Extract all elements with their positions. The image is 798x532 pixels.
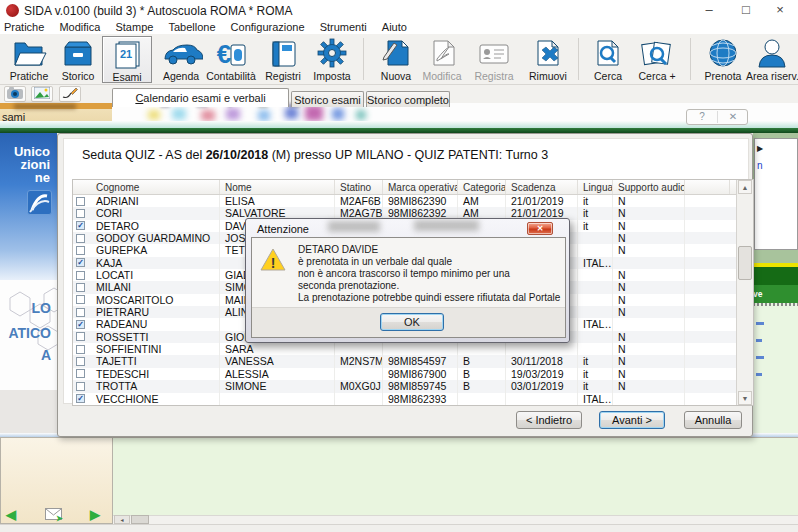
cell-categoria [458,393,506,405]
toolbar-cerca-plus[interactable]: Cerca + [632,36,682,83]
table-row[interactable]: TAJETTIVANESSAM2NS7M98MI854597B30/11/201… [73,355,736,367]
col-supporto[interactable]: Supporto audio [613,180,685,194]
row-checkbox[interactable] [76,197,85,206]
next-arrow-icon[interactable]: ▶ [90,508,100,521]
col-scadenza[interactable]: Scadenza [506,180,578,194]
row-checkbox[interactable]: ✓ [76,320,85,329]
warning-icon: ! [259,247,287,274]
back-button[interactable]: < Indietro [516,411,582,429]
next-button[interactable]: Avanti > [599,411,665,429]
mdi-help-button[interactable]: ? [687,110,717,124]
background-list [753,306,798,433]
ok-button[interactable]: OK [380,313,444,331]
search-document-icon [584,37,632,70]
minimize-button[interactable]: – [697,0,721,19]
col-lingua[interactable]: Lingua [578,180,613,194]
menu-strumenti[interactable]: Strumenti [316,21,375,34]
cell-cognome: CORI [91,207,220,219]
dialog-body: ! DETARO DAVIDEè prenotata in un verbale… [251,237,566,338]
row-checkbox[interactable]: ✓ [76,394,85,403]
row-checkbox[interactable] [76,209,85,218]
toolbar-agenda[interactable]: Agenda [155,36,207,83]
row-checkbox[interactable] [76,369,85,378]
menu-bar: Pratiche Modifica Stampe Tabellone Confi… [0,21,798,34]
scroll-up-arrow[interactable]: ▲ [738,180,752,194]
svg-text:21: 21 [120,48,132,60]
toolbar-imposta[interactable]: Imposta [306,36,358,83]
maximize-button[interactable]: □ [734,0,758,19]
toolbar-nuova[interactable]: Nuova [370,36,422,83]
table-row[interactable]: ✓VECCHIONE98MI862393ITAL… [73,393,736,405]
person-icon [746,37,798,70]
toolbar-esami[interactable]: 21 Esami [102,36,152,83]
tab-storico-completo[interactable]: Storico completo [366,91,450,107]
picture-icon[interactable] [31,86,53,102]
toolbar-cerca[interactable]: Cerca [584,36,632,83]
row-checkbox[interactable] [76,246,85,255]
row-checkbox[interactable] [76,308,85,317]
cell-lingua: ITAL… [578,257,613,269]
play-icon: ▶ [757,144,763,153]
row-checkbox[interactable] [76,332,85,341]
toolbar-contabilita[interactable]: € Contabilità [205,36,257,83]
scroll-down-arrow[interactable]: ▼ [738,391,752,405]
cell-categoria: B [458,368,506,380]
row-checkbox[interactable] [76,271,85,280]
toolbar-registri[interactable]: Registri [259,36,307,83]
col-marca[interactable]: Marca operativa [383,180,458,194]
menu-aiuto[interactable]: Aiuto [378,21,415,34]
toolbar-modifica[interactable]: Modifica [418,36,466,83]
horizontal-scrollbar[interactable] [113,515,798,524]
cell-marca: 98MI862390 [383,195,458,207]
row-checkbox[interactable] [76,283,85,292]
scroll-left-arrow[interactable]: ◂ [114,515,130,524]
toolbar-registra[interactable]: Registra [468,36,520,83]
cancel-button[interactable]: Annulla [684,411,742,429]
toolbar-pratiche[interactable]: Pratiche [4,36,54,83]
row-checkbox[interactable] [76,345,85,354]
menu-pratiche[interactable]: Pratiche [0,21,52,34]
table-row[interactable]: TEDESCHIALESSIA98MI867900B19/03/2019itN [73,368,736,380]
close-button[interactable]: × [768,0,792,19]
bottom-green-panel [113,437,798,515]
cell-scadenza [506,393,578,405]
menu-configurazione[interactable]: Configurazione [227,21,313,34]
signature-icon[interactable] [59,86,81,102]
vertical-scrollbar[interactable]: ▲ ▼ [736,180,753,405]
scroll-thumb[interactable] [131,515,149,524]
tab-storico-esami[interactable]: Storico esami [291,91,364,107]
col-cognome[interactable]: Cognome [91,180,220,194]
table-row[interactable]: TROTTASIMONEM0XG0J98MI859745B03/01/2019i… [73,380,736,392]
table-row[interactable]: ADRIANIELISAM2AF6B98MI862390AM21/01/2019… [73,195,736,207]
toolbar-rimuovi[interactable]: Rimuovi [522,36,574,83]
prev-arrow-icon[interactable]: ◀ [6,508,16,521]
tab-calendario-esami[interactable]: Calendario esami e verbali [112,88,289,107]
dialog-close-button[interactable]: ✕ [527,222,553,235]
row-checkbox[interactable] [76,295,85,304]
camera-icon[interactable] [4,86,26,102]
menu-modifica[interactable]: Modifica [55,21,108,34]
col-statino[interactable]: Statino [335,180,383,194]
cell-supporto: N [613,220,685,232]
menu-tabellone[interactable]: Tabellone [164,21,223,34]
row-checkbox[interactable]: ✓ [76,258,85,267]
row-checkbox[interactable] [76,382,85,391]
vscroll-thumb[interactable] [738,246,752,280]
cell-supporto: N [613,368,685,380]
row-checkbox[interactable] [76,234,85,243]
row-checkbox[interactable]: ✓ [76,221,85,230]
col-nome[interactable]: Nome [220,180,335,194]
toolbar-area-riservata[interactable]: Area riserv. [746,36,798,83]
cell-scadenza [506,343,578,355]
cell-cognome: ADRIANI [91,195,220,207]
col-categoria[interactable]: Categoria [458,180,506,194]
row-checkbox[interactable] [76,357,85,366]
menu-stampe[interactable]: Stampe [111,21,161,34]
table-row[interactable]: SOFFIENTINISARAN [73,343,736,355]
cell-lingua [578,343,613,355]
cell-cognome: SOFFIENTINI [91,343,220,355]
green-header-text: ve d'esame [753,285,798,303]
mdi-close-button[interactable]: ✕ [718,110,748,124]
toolbar-prenota[interactable]: Prenota [698,36,748,83]
toolbar-storico[interactable]: Storico [54,36,102,83]
